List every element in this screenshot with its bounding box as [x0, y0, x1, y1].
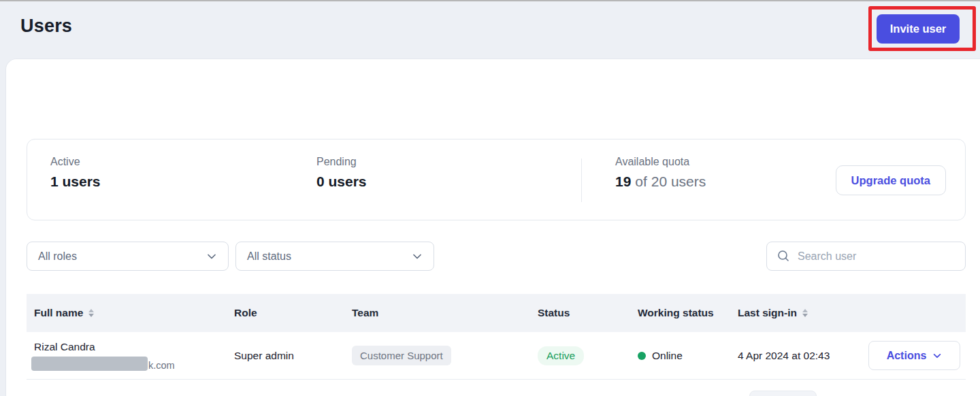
sort-icon [802, 308, 808, 318]
table-row: Rizal Candra k.com Super admin Customer … [27, 332, 966, 380]
search-user-box[interactable] [766, 242, 966, 271]
team-tag: Customer Support [352, 346, 451, 365]
status-filter-value: All status [247, 250, 291, 263]
chevron-down-icon [206, 251, 217, 262]
column-header-working-status: Working status [638, 307, 738, 319]
quota-number: 19 [615, 174, 631, 189]
invite-user-button[interactable]: Invite user [877, 14, 960, 44]
window-top-edge [0, 0, 980, 1]
chevron-down-icon [932, 351, 942, 361]
user-email-tail: k.com [148, 360, 175, 371]
stat-active: Active 1 users [50, 156, 101, 190]
table-header-row: Full name Role Team Status Working statu… [27, 294, 966, 332]
actions-button[interactable]: Actions [868, 341, 960, 370]
search-icon [777, 249, 791, 263]
page-number-select[interactable]: 1 [749, 391, 817, 396]
working-status-text: Online [652, 350, 683, 362]
stat-pending-value: 0 users [316, 174, 367, 190]
actions-button-label: Actions [887, 350, 927, 362]
status-badge: Active [538, 346, 584, 365]
users-page: Users Invite user Active 1 users Pending… [0, 0, 980, 396]
stat-active-value: 1 users [50, 174, 101, 190]
user-team-cell: Customer Support [352, 346, 538, 365]
user-email-line: k.com [34, 357, 234, 371]
user-status-cell: Active [538, 346, 638, 365]
stat-pending-label: Pending [316, 156, 367, 168]
main-panel: Active 1 users Pending 0 users Available… [5, 59, 980, 396]
redacted-email-block [31, 357, 148, 371]
last-sign-in-value: 4 Apr 2024 at 02:43 [738, 350, 830, 362]
chevron-down-icon [412, 251, 423, 262]
search-user-input[interactable] [798, 250, 956, 263]
stat-quota-value: 19of 20 users [615, 174, 706, 190]
last-signin-and-actions: 4 Apr 2024 at 02:43 Actions [738, 341, 966, 370]
roles-filter-value: All roles [38, 250, 77, 263]
column-header-status: Status [538, 307, 638, 319]
quota-suffix: of 20 users [635, 174, 706, 189]
stat-quota-label: Available quota [615, 156, 706, 168]
column-header-team: Team [352, 307, 538, 319]
page-title: Users [20, 16, 72, 37]
stats-divider [581, 159, 582, 202]
column-header-role: Role [234, 307, 352, 319]
user-name-cell: Rizal Candra k.com [34, 341, 234, 371]
user-full-name: Rizal Candra [34, 341, 234, 353]
online-dot-icon [638, 352, 646, 360]
roles-filter-dropdown[interactable]: All roles [27, 242, 229, 271]
status-filter-dropdown[interactable]: All status [235, 242, 434, 271]
actions-cell: Actions [868, 341, 966, 370]
user-role: Super admin [234, 350, 352, 362]
users-table: Full name Role Team Status Working statu… [27, 294, 966, 380]
stats-card: Active 1 users Pending 0 users Available… [27, 139, 966, 220]
column-header-last-sign-in[interactable]: Last sign-in [738, 307, 966, 319]
column-header-full-name[interactable]: Full name [34, 307, 234, 319]
sort-icon [88, 308, 95, 318]
stat-active-label: Active [50, 156, 101, 168]
stat-quota: Available quota 19of 20 users [615, 156, 706, 190]
stat-pending: Pending 0 users [316, 156, 367, 190]
upgrade-quota-button[interactable]: Upgrade quota [836, 165, 946, 195]
working-status-cell: Online [638, 350, 738, 362]
